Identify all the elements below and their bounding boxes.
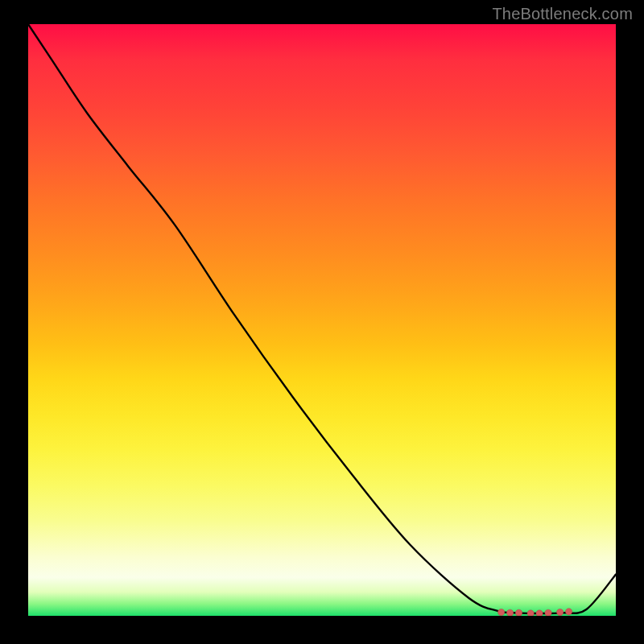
flat-marker bbox=[497, 609, 504, 615]
flat-marker bbox=[506, 609, 513, 616]
flat-marker bbox=[515, 609, 522, 616]
flat-marker bbox=[565, 609, 572, 615]
watermark-text: TheBottleneck.com bbox=[492, 5, 633, 23]
plot-area bbox=[28, 24, 616, 616]
flat-marker bbox=[536, 610, 543, 616]
flat-marker bbox=[527, 610, 534, 616]
curve-svg bbox=[28, 24, 616, 616]
flat-markers-group bbox=[497, 609, 572, 616]
chart-curve bbox=[28, 24, 616, 613]
flat-marker bbox=[556, 609, 563, 615]
chart-frame: TheBottleneck.com bbox=[0, 0, 644, 644]
flat-marker bbox=[545, 609, 551, 616]
